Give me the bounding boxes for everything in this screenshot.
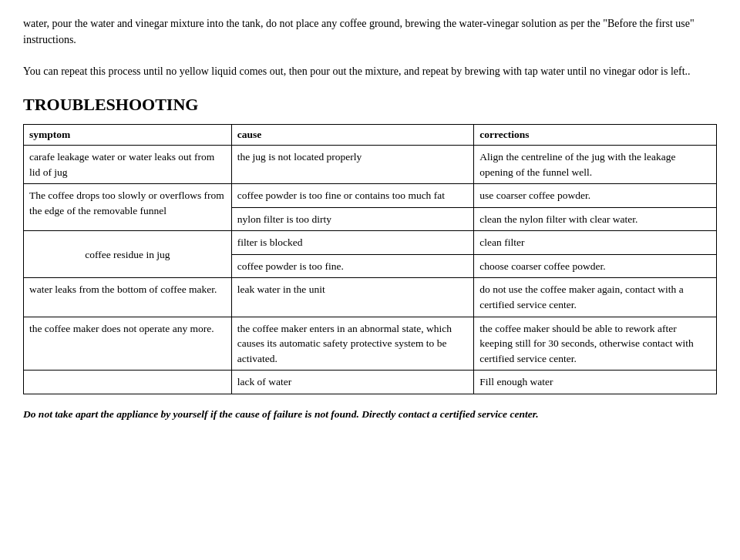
- symptom-cell: the coffee maker does not operate any mo…: [24, 317, 232, 371]
- table-row: carafe leakage water or water leaks out …: [24, 146, 717, 184]
- intro-paragraph-2: You can repeat this process until no yel…: [23, 63, 717, 79]
- symptom-cell: carafe leakage water or water leaks out …: [24, 146, 232, 184]
- correction-cell: do not use the coffee maker again, conta…: [474, 278, 717, 317]
- correction-cell: choose coarser coffee powder.: [474, 254, 717, 278]
- symptom-cell: coffee residue in jug: [24, 231, 232, 278]
- correction-cell: clean filter: [474, 231, 717, 255]
- symptom-cell: [24, 371, 232, 394]
- cause-cell: nylon filter is too dirty: [231, 207, 474, 231]
- correction-cell: Fill enough water: [474, 371, 717, 394]
- troubleshooting-table: symptom cause corrections carafe leakage…: [23, 124, 717, 394]
- table-row: coffee residue in jug filter is blocked …: [24, 231, 717, 255]
- correction-cell: the coffee maker should be able to rewor…: [474, 317, 717, 371]
- cause-cell: leak water in the unit: [231, 278, 474, 317]
- troubleshooting-title: TROUBLESHOOTING: [23, 95, 717, 115]
- cause-cell: filter is blocked: [231, 231, 474, 255]
- header-symptom: symptom: [24, 125, 232, 146]
- table-row: water leaks from the bottom of coffee ma…: [24, 278, 717, 317]
- cause-cell: lack of water: [231, 371, 474, 394]
- intro-paragraph-1: water, pour the water and vinegar mixtur…: [23, 15, 717, 48]
- table-row: The coffee drops too slowly or overflows…: [24, 184, 717, 208]
- footer-note: Do not take apart the appliance by yours…: [23, 407, 717, 422]
- cause-cell: coffee powder is too fine.: [231, 254, 474, 278]
- table-row: the coffee maker does not operate any mo…: [24, 317, 717, 371]
- cause-cell: the coffee maker enters in an abnormal s…: [231, 317, 474, 371]
- cause-cell: coffee powder is too fine or contains to…: [231, 184, 474, 208]
- header-cause: cause: [231, 125, 474, 146]
- correction-cell: use coarser coffee powder.: [474, 184, 717, 208]
- symptom-cell: The coffee drops too slowly or overflows…: [24, 184, 232, 231]
- header-corrections: corrections: [474, 125, 717, 146]
- symptom-cell: water leaks from the bottom of coffee ma…: [24, 278, 232, 317]
- table-row: lack of water Fill enough water: [24, 371, 717, 394]
- correction-cell: clean the nylon filter with clear water.: [474, 207, 717, 231]
- cause-cell: the jug is not located properly: [231, 146, 474, 184]
- correction-cell: Align the centreline of the jug with the…: [474, 146, 717, 184]
